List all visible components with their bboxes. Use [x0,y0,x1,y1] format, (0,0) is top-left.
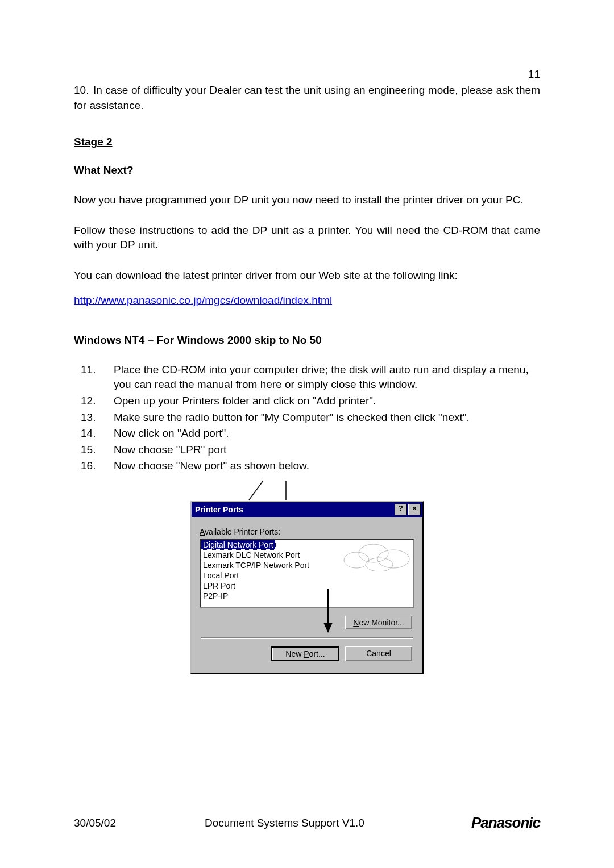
step-13: 13. Make sure the radio button for "My C… [74,410,540,425]
step-text: Open up your Printers folder and click o… [114,394,540,409]
intro-number: 10. [74,83,89,98]
step-text: Now choose "LPR" port [114,443,540,458]
svg-marker-7 [323,623,333,633]
annotation-arrow-down [322,589,339,634]
list-item[interactable]: Lexmark DLC Network Port [201,550,413,560]
stage-heading: Stage 2 [74,136,540,148]
numbered-steps: 11. Place the CD-ROM into your computer … [74,362,540,474]
svg-line-0 [249,481,263,500]
page-number: 11 [74,68,540,81]
btn-rest: ort... [309,649,325,658]
list-item[interactable]: Digital Network Port [201,540,276,550]
footer-date: 30/05/02 [74,817,188,829]
step-text: Now choose "New port" as shown below. [114,458,540,474]
paragraph-2: Follow these instructions to add the DP … [74,223,540,252]
cancel-button[interactable]: Cancel [345,646,412,661]
step-text: Place the CD-ROM into your computer driv… [114,362,540,393]
intro-text: In case of difficulty your Dealer can te… [74,84,540,111]
step-14: 14. Now click on "Add port". [74,426,540,441]
close-button[interactable]: × [408,504,421,515]
step-number: 14. [74,426,114,441]
download-link[interactable]: http://www.panasonic.co.jp/mgcs/download… [74,294,540,307]
list-item[interactable]: P2P-IP [201,591,413,601]
new-monitor-row: New Monitor... [200,616,412,629]
step-number: 12. [74,394,114,409]
dialog-wrap: Printer Ports ? × Available Printer Port… [190,481,424,674]
paragraph-1: Now you have programmed your DP unit you… [74,193,540,207]
printer-ports-dialog: Printer Ports ? × Available Printer Port… [190,501,424,674]
intro-paragraph: 10. In case of difficulty your Dealer ca… [74,83,540,113]
list-item[interactable]: Local Port [201,570,413,581]
new-port-button[interactable]: New Port... [271,646,339,661]
page-footer: 30/05/02 Document Systems Support V1.0 P… [74,814,540,832]
divider [201,637,413,639]
annotation-arrows-top [190,481,424,501]
step-12: 12. Open up your Printers folder and cli… [74,394,540,409]
available-ports-label: Available Printer Ports: [200,527,414,536]
step-15: 15. Now choose "LPR" port [74,443,540,458]
list-item[interactable]: LPR Port [201,581,413,591]
dialog-body: Available Printer Ports: Digital Network… [192,517,422,673]
btn-hotkey: P [304,649,309,658]
step-text: Now click on "Add port". [114,426,540,441]
btn-hotkey: N [353,618,359,627]
what-next-heading: What Next? [74,164,540,177]
label-rest: vailable Printer Ports: [205,527,280,536]
step-number: 13. [74,410,114,425]
footer-brand-logo: Panasonic [471,814,540,832]
step-16: 16. Now choose "New port" as shown below… [74,458,540,474]
ports-listbox[interactable]: Digital Network Port Lexmark DLC Network… [200,539,414,608]
step-number: 15. [74,443,114,458]
label-hotkey: A [200,527,205,536]
step-number: 11. [74,362,114,393]
step-11: 11. Place the CD-ROM into your computer … [74,362,540,393]
windows-subheading: Windows NT4 – For Windows 2000 skip to N… [74,334,540,347]
footer-center: Document Systems Support V1.0 [188,817,471,829]
help-button[interactable]: ? [395,504,407,515]
step-number: 16. [74,458,114,474]
list-item[interactable]: Lexmark TCP/IP Network Port [201,560,413,570]
paragraph-3: You can download the latest printer driv… [74,268,540,283]
dialog-title: Printer Ports [195,505,393,514]
new-monitor-button[interactable]: New Monitor... [345,616,412,629]
step-text: Make sure the radio button for "My Compu… [114,410,540,425]
bottom-button-row: New Port... Cancel [200,646,414,665]
btn-rest: ew Monitor... [359,618,404,627]
btn-pre: New [285,649,304,658]
titlebar: Printer Ports ? × [192,502,422,517]
